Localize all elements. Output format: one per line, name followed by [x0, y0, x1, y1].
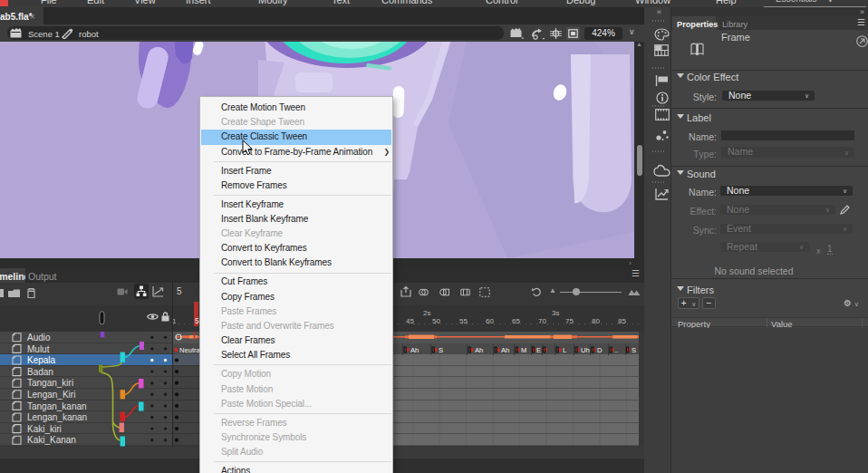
- svg-text:Ah: Ah: [410, 346, 419, 354]
- svg-text:Ah: Ah: [475, 346, 483, 354]
- svg-text:S: S: [632, 346, 636, 354]
- svg-text:Ah: Ah: [501, 346, 509, 354]
- svg-text:D: D: [597, 346, 603, 354]
- svg-text:S: S: [439, 346, 443, 354]
- svg-text:L: L: [563, 346, 566, 354]
- svg-text:..: ..: [614, 346, 618, 354]
- svg-text:E: E: [536, 346, 541, 354]
- svg-text:Uh: Uh: [581, 346, 590, 354]
- svg-text:M: M: [521, 346, 526, 354]
